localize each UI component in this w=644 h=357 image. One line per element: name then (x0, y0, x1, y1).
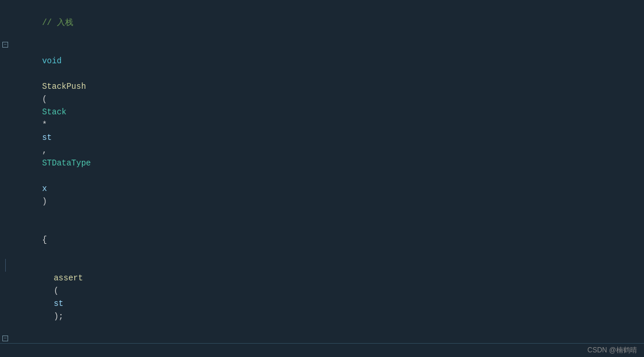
fold-icon-func[interactable]: − (0, 42, 10, 48)
comment-push: // 入栈 (42, 18, 73, 27)
type-stack: Stack (42, 107, 66, 117)
param-st: st (42, 133, 52, 142)
fold-icon-if[interactable]: − (0, 336, 10, 341)
kw-void: void (42, 56, 62, 66)
param-st-assert: st (53, 299, 63, 308)
code-editor: // 入栈 − void StackPush ( Stack * st , ST… (0, 0, 644, 357)
fold-minus-if[interactable]: − (2, 336, 8, 341)
line-comment-push: // 入栈 (0, 3, 644, 42)
fn-assert: assert (53, 273, 82, 283)
line-assert: assert ( st ); (0, 259, 644, 336)
fold-minus-func[interactable]: − (2, 42, 8, 48)
param-x: x (42, 184, 46, 193)
line-func-decl: − void StackPush ( Stack * st , STDataTy… (0, 42, 644, 221)
watermark: CSDN @楠鹤晴 (587, 345, 637, 355)
bottom-bar: CSDN @楠鹤晴 (0, 343, 644, 357)
type-stdatatype: STDataType (42, 158, 91, 168)
fn-stackpush: StackPush (42, 82, 86, 91)
fold-gutter-3 (0, 259, 10, 272)
line-open-brace-1: { (0, 221, 644, 259)
